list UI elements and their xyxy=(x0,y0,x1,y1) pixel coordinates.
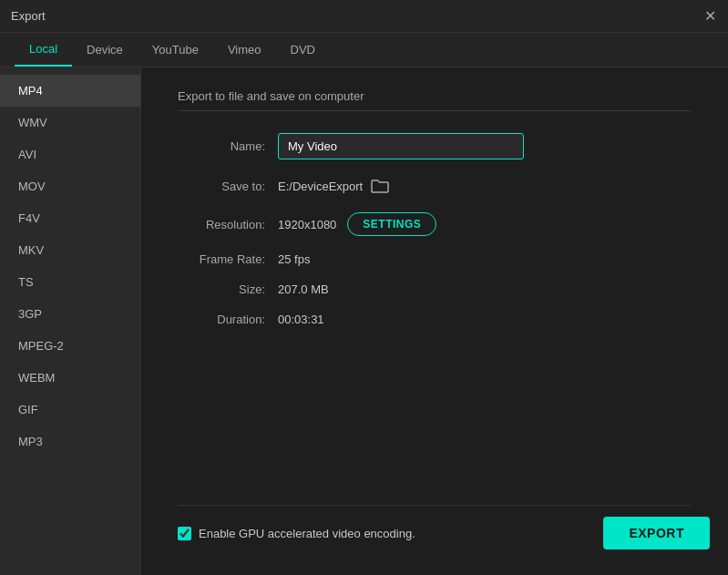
sidebar-item-3gp[interactable]: 3GP xyxy=(0,298,140,330)
tab-youtube[interactable]: YouTube xyxy=(138,32,213,67)
size-value: 207.0 MB xyxy=(278,282,329,296)
resolution-value: 1920x1080 xyxy=(278,218,336,231)
size-label: Size: xyxy=(178,282,278,296)
tab-dvd[interactable]: DVD xyxy=(276,32,330,67)
sidebar-item-mkv[interactable]: MKV xyxy=(0,234,140,266)
sidebar-item-mov[interactable]: MOV xyxy=(0,170,140,202)
resolution-inner: 1920x1080 SETTINGS xyxy=(278,212,436,236)
save-to-label: Save to: xyxy=(178,180,278,193)
browse-folder-button[interactable] xyxy=(370,176,390,196)
sidebar-item-f4v[interactable]: F4V xyxy=(0,202,140,234)
tab-local[interactable]: Local xyxy=(15,32,72,67)
tab-device[interactable]: Device xyxy=(72,32,138,67)
frame-rate-label: Frame Rate: xyxy=(178,252,278,266)
settings-button[interactable]: SETTINGS xyxy=(347,212,436,236)
save-to-row: Save to: E:/DeviceExport xyxy=(178,176,692,196)
save-to-inner: E:/DeviceExport xyxy=(278,176,390,196)
sidebar-item-wmv[interactable]: WMV xyxy=(0,107,140,139)
title-bar: Export ✕ xyxy=(0,0,728,33)
tab-bar: Local Device YouTube Vimeo DVD xyxy=(0,33,728,67)
name-input[interactable] xyxy=(278,133,524,159)
tab-vimeo[interactable]: Vimeo xyxy=(213,32,276,67)
section-title: Export to file and save on computer xyxy=(178,89,692,111)
name-label: Name: xyxy=(178,139,278,153)
close-button[interactable]: ✕ xyxy=(702,9,717,24)
resolution-label: Resolution: xyxy=(178,218,278,231)
size-row: Size: 207.0 MB xyxy=(178,282,692,296)
export-button[interactable]: EXPORT xyxy=(603,517,710,549)
frame-rate-value: 25 fps xyxy=(278,252,310,266)
resolution-row: Resolution: 1920x1080 SETTINGS xyxy=(178,212,692,236)
gpu-checkbox-row: Enable GPU accelerated video encoding. xyxy=(178,527,415,540)
sidebar-item-ts[interactable]: TS xyxy=(0,266,140,298)
sidebar-item-webm[interactable]: WEBM xyxy=(0,362,140,394)
export-content: Export to file and save on computer Name… xyxy=(141,67,728,575)
sidebar-item-mpeg2[interactable]: MPEG-2 xyxy=(0,330,140,362)
sidebar-item-mp3[interactable]: MP3 xyxy=(0,426,140,457)
frame-rate-row: Frame Rate: 25 fps xyxy=(178,252,692,266)
save-to-value: E:/DeviceExport xyxy=(278,180,363,193)
name-row: Name: xyxy=(178,133,692,159)
sidebar-item-gif[interactable]: GIF xyxy=(0,394,140,426)
gpu-label: Enable GPU accelerated video encoding. xyxy=(199,527,415,540)
sidebar-item-mp4[interactable]: MP4 xyxy=(0,75,140,107)
footer: Enable GPU accelerated video encoding. E… xyxy=(178,505,692,553)
window-title: Export xyxy=(11,9,46,23)
main-area: MP4 WMV AVI MOV F4V MKV TS 3GP MPEG-2 WE… xyxy=(0,67,728,575)
gpu-checkbox[interactable] xyxy=(178,527,191,540)
duration-label: Duration: xyxy=(178,313,278,326)
sidebar-item-avi[interactable]: AVI xyxy=(0,139,140,170)
duration-value: 00:03:31 xyxy=(278,313,324,326)
format-sidebar: MP4 WMV AVI MOV F4V MKV TS 3GP MPEG-2 WE… xyxy=(0,67,141,575)
duration-row: Duration: 00:03:31 xyxy=(178,313,692,326)
